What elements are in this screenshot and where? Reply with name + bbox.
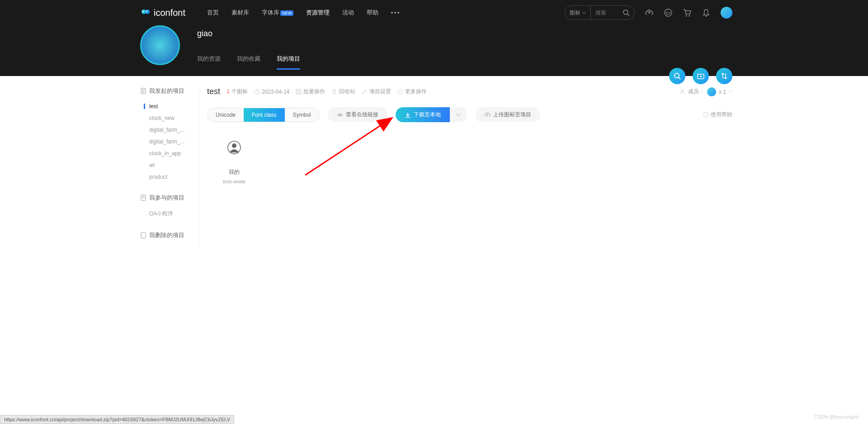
download-icon [405,112,411,118]
clock-icon [254,89,260,95]
sidebar-item[interactable]: ali [140,159,194,171]
help-link[interactable]: ? 使用帮助 [703,111,732,119]
language-icon[interactable]: En [664,8,673,17]
search-input[interactable] [591,10,618,16]
svg-rect-22 [296,92,298,94]
sort-icon [720,72,728,80]
segment-unicode[interactable]: Unicode [208,108,244,122]
user-icon [679,89,685,95]
trash-icon [140,232,146,238]
eye-icon [337,112,343,118]
icon-label: 我的 [229,168,240,176]
brand-text: iconfont [154,8,185,18]
batch-action[interactable]: 批量操作 [296,88,325,95]
segment-fontclass[interactable]: Font class [244,108,285,122]
nav-more-icon[interactable] [391,12,399,14]
svg-rect-18 [141,233,146,238]
icon-card[interactable]: 我的 icon-wode [216,140,252,184]
icon-preview [227,140,241,155]
pencil-icon [362,89,368,95]
icon-grid: 我的 icon-wode [207,140,732,184]
nav-help[interactable]: 帮助 [367,9,378,17]
svg-point-13 [675,73,679,78]
nav-font[interactable]: 字体库NEW [262,9,293,17]
nav-activity[interactable]: 活动 [342,9,354,17]
svg-point-34 [232,143,236,148]
toolbar: Unicode Font class Symbol 查看在线链接 下载至本地 上 [207,107,732,122]
header-right: 图标 En [565,5,732,20]
sidebar-item[interactable]: digital_farm_... [140,124,194,136]
logo[interactable]: iconfont [140,7,185,18]
sidebar-item[interactable]: clock_in_app [140,148,194,159]
chevron-down-icon [729,91,732,93]
svg-point-26 [400,91,401,92]
tab-favorites[interactable]: 我的收藏 [237,55,260,70]
user-circle-icon [227,140,241,155]
icon-count: 1 [226,88,230,95]
search-type-select[interactable]: 图标 [565,6,591,19]
fab-group [669,68,732,84]
svg-rect-20 [296,89,298,91]
project-name: test [207,87,220,96]
member-avatar [707,87,716,96]
svg-text:?: ? [705,113,707,117]
sidebar-item[interactable]: product [140,171,194,183]
tab-projects[interactable]: 我的项目 [277,55,300,70]
svg-point-6 [397,12,399,14]
profile-header: giao 我的资源 我的收藏 我的项目 [0,25,868,76]
svg-line-8 [627,14,629,16]
nav-resource[interactable]: 资源管理 [306,9,330,17]
fab-search[interactable] [669,68,685,84]
fab-add-project[interactable] [693,68,709,84]
project-date: 2023-04-14 [254,89,289,95]
svg-text:En: En [665,11,670,15]
cart-icon[interactable] [683,8,692,17]
sidebar-section-deleted: 我删除的项目 [140,231,194,239]
more-action[interactable]: 更多操作 [397,88,427,95]
sidebar-header-deleted: 我删除的项目 [140,231,194,239]
svg-point-7 [623,10,628,14]
tab-resources[interactable]: 我的资源 [197,55,221,70]
question-icon: ? [703,112,709,118]
user-avatar[interactable] [721,7,732,19]
main-content: 我发起的项目 test clock_new digital_farm_... d… [0,76,868,250]
format-segment: Unicode Font class Symbol [207,108,320,122]
project-members[interactable]: 成员： x 1 [679,87,732,96]
view-online-button[interactable]: 查看在线链接 [328,107,387,122]
sidebar-header-joined: 我参与的项目 [140,194,194,202]
profile-tabs: 我的资源 我的收藏 我的项目 [197,55,300,70]
search-icon [673,72,681,80]
search-button[interactable] [618,9,634,16]
cloud-upload-icon [484,112,491,118]
fab-sort[interactable] [716,68,732,84]
more-icon [397,89,403,95]
document-icon [140,88,146,94]
sidebar-item-test[interactable]: test [140,100,194,112]
sidebar-item[interactable]: digital_farm_... [140,136,194,148]
cloud-upload-icon[interactable] [645,8,654,17]
recycle-action[interactable]: 回收站 [331,88,355,95]
sidebar-item[interactable]: clock_new [140,112,194,124]
sidebar-section-joined: 我参与的项目 OA小程序 [140,194,194,220]
nav-home[interactable]: 首页 [207,9,219,17]
sidebar: 我发起的项目 test clock_new digital_farm_... d… [140,87,194,250]
nav-material[interactable]: 素材库 [231,9,249,17]
upload-button[interactable]: 上传图标至项目 [475,107,540,122]
svg-point-29 [339,114,341,116]
segment-symbol[interactable]: Symbol [285,108,319,122]
download-dropdown[interactable] [450,107,467,122]
svg-point-5 [394,12,396,14]
svg-point-11 [686,15,687,17]
bell-icon[interactable] [702,8,711,17]
search-icon [623,9,630,16]
svg-point-3 [146,11,147,12]
svg-point-25 [399,91,400,92]
download-group: 下载至本地 [396,107,467,122]
main-nav: 首页 素材库 字体库NEW 资源管理 活动 帮助 [207,9,399,17]
svg-point-2 [142,11,144,12]
download-button[interactable]: 下载至本地 [396,107,450,122]
settings-action[interactable]: 项目设置 [362,88,391,95]
top-header: iconfont 首页 素材库 字体库NEW 资源管理 活动 帮助 图标 En [0,0,868,25]
sidebar-item[interactable]: OA小程序 [140,207,194,220]
logo-icon [140,7,151,18]
